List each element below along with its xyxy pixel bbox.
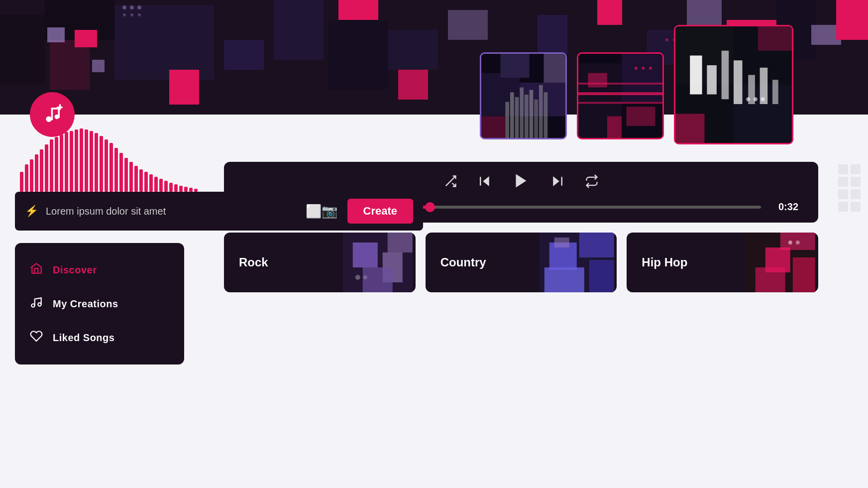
svg-rect-50: [60, 134, 63, 192]
page-wrapper: ⚡ Lorem ipsum dolor sit amet ⬜📷 Create D…: [0, 0, 868, 488]
svg-rect-75: [184, 187, 188, 192]
svg-point-123: [761, 97, 765, 101]
svg-rect-142: [579, 233, 614, 257]
svg-rect-25: [836, 0, 868, 40]
genre-card-hip-hop[interactable]: Hip Hop: [627, 233, 818, 292]
genre-card-rock[interactable]: Rock: [224, 233, 416, 292]
svg-point-121: [746, 97, 750, 101]
sidebar-item-my-creations[interactable]: My Creations: [15, 287, 184, 321]
left-panel: ⚡ Lorem ipsum dolor sit amet ⬜📷 Create D…: [0, 115, 214, 488]
album-thumbnail-1[interactable]: [480, 52, 567, 139]
playback-buttons: [443, 172, 599, 194]
main-area: ⚡ Lorem ipsum dolor sit amet ⬜📷 Create D…: [0, 115, 868, 488]
svg-rect-44: [30, 159, 33, 192]
svg-rect-150: [756, 267, 785, 292]
svg-rect-8: [92, 60, 105, 72]
thumbnails-row: [224, 25, 793, 139]
next-button[interactable]: [550, 174, 565, 192]
sidebar-item-liked-songs[interactable]: Liked Songs: [15, 321, 184, 355]
svg-rect-76: [189, 188, 193, 192]
svg-point-78: [31, 304, 35, 307]
svg-rect-52: [70, 131, 73, 192]
svg-rect-102: [627, 107, 655, 126]
svg-rect-49: [55, 137, 58, 192]
svg-rect-114: [722, 51, 729, 100]
total-time: 0:32: [771, 201, 798, 213]
search-input-text[interactable]: Lorem ipsum dolor sit amet: [46, 206, 306, 217]
hip-hop-label: Hip Hop: [627, 255, 687, 269]
svg-rect-70: [159, 179, 163, 192]
heart-icon: [30, 330, 43, 346]
album-thumbnail-3[interactable]: [674, 25, 793, 144]
create-button[interactable]: Create: [347, 199, 413, 224]
svg-rect-68: [149, 174, 153, 192]
svg-rect-59: [105, 139, 108, 192]
svg-rect-103: [607, 117, 622, 138]
svg-rect-157: [851, 177, 861, 187]
svg-rect-69: [154, 177, 158, 192]
svg-rect-94: [544, 54, 565, 83]
svg-rect-6: [169, 70, 199, 105]
svg-point-153: [796, 241, 800, 244]
country-label: Country: [426, 255, 486, 269]
svg-rect-60: [109, 143, 113, 192]
svg-rect-156: [838, 177, 848, 187]
svg-rect-118: [772, 80, 778, 104]
svg-rect-113: [707, 65, 717, 95]
svg-rect-101: [588, 73, 607, 88]
svg-rect-55: [85, 129, 88, 192]
svg-rect-64: [129, 162, 133, 192]
svg-point-30: [130, 13, 133, 16]
svg-point-138: [363, 275, 367, 279]
svg-point-29: [123, 13, 126, 16]
svg-rect-65: [134, 166, 138, 192]
svg-marker-128: [516, 174, 527, 188]
svg-rect-61: [114, 148, 118, 192]
svg-rect-90: [534, 100, 538, 138]
sidebar-item-discover[interactable]: Discover: [15, 253, 184, 287]
genre-card-country[interactable]: Country: [426, 233, 617, 292]
svg-point-31: [138, 13, 141, 16]
svg-rect-7: [47, 27, 65, 42]
svg-point-26: [122, 5, 126, 9]
play-button[interactable]: [512, 172, 530, 194]
progress-thumb[interactable]: [425, 202, 435, 212]
svg-rect-19: [597, 0, 622, 25]
svg-rect-1: [0, 15, 45, 85]
svg-rect-155: [851, 164, 861, 174]
svg-rect-58: [100, 136, 103, 192]
svg-rect-120: [758, 26, 792, 51]
repeat-button[interactable]: [585, 174, 599, 191]
svg-rect-89: [530, 90, 534, 138]
album-thumbnail-2[interactable]: [577, 52, 664, 139]
search-create-bar: ⚡ Lorem ipsum dolor sit amet ⬜📷 Create: [15, 192, 423, 231]
liked-songs-label: Liked Songs: [53, 332, 114, 344]
svg-rect-72: [169, 183, 173, 192]
svg-rect-45: [35, 154, 38, 192]
svg-rect-133: [353, 243, 378, 267]
svg-rect-48: [50, 139, 53, 192]
svg-point-122: [754, 97, 758, 101]
image-attach-icon[interactable]: ⬜📷: [306, 204, 337, 219]
svg-rect-135: [363, 267, 393, 292]
svg-rect-84: [505, 102, 509, 138]
svg-rect-112: [690, 56, 702, 95]
svg-rect-43: [25, 164, 28, 192]
svg-rect-88: [525, 95, 529, 138]
svg-rect-136: [388, 233, 413, 252]
right-deco-panel: [828, 115, 868, 488]
svg-rect-158: [838, 189, 848, 199]
svg-rect-13: [338, 0, 378, 20]
svg-rect-91: [539, 85, 543, 138]
svg-rect-74: [179, 186, 183, 192]
svg-rect-5: [75, 30, 97, 47]
svg-marker-126: [483, 176, 489, 186]
svg-rect-119: [675, 114, 705, 143]
prev-button[interactable]: [477, 174, 492, 192]
svg-rect-47: [45, 144, 48, 192]
music-icon-circle[interactable]: [30, 92, 75, 137]
music-note-icon: [30, 296, 43, 312]
svg-rect-149: [793, 257, 815, 292]
shuffle-button[interactable]: [443, 174, 457, 191]
country-art: [512, 233, 617, 292]
